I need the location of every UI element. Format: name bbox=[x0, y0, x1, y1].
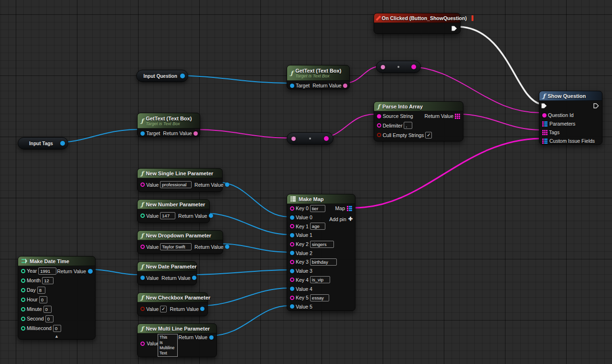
minute-input[interactable] bbox=[43, 306, 52, 313]
tags-array-pin[interactable] bbox=[542, 130, 548, 135]
node-header[interactable]: Make Date Time bbox=[18, 257, 95, 266]
cull-empty-strings-pin[interactable] bbox=[377, 133, 381, 137]
node-make-map[interactable]: Make Map Key 0 Value 0 Key 1 Value 1 Key… bbox=[287, 194, 355, 311]
reroute-output-pin[interactable] bbox=[324, 136, 329, 141]
return-value-pin[interactable] bbox=[209, 335, 214, 340]
return-value-pin[interactable] bbox=[88, 269, 93, 274]
key1-input[interactable] bbox=[310, 223, 325, 230]
key5-pin[interactable] bbox=[290, 296, 294, 300]
reroute-node-tags[interactable] bbox=[287, 132, 333, 145]
node-header[interactable]: ƒ Show Question bbox=[539, 91, 602, 101]
wire-makemap-to-customissuefields[interactable] bbox=[354, 139, 540, 208]
wire-gettext-return-to-reroute1[interactable] bbox=[344, 66, 380, 83]
target-pin[interactable] bbox=[290, 84, 294, 88]
return-value-pin[interactable] bbox=[225, 182, 229, 187]
hour-input[interactable] bbox=[39, 296, 47, 303]
node-header[interactable]: ƒ New Checkbox Parameter bbox=[138, 293, 207, 302]
value-input[interactable] bbox=[160, 181, 192, 188]
delimiter-input[interactable] bbox=[404, 122, 412, 129]
value-pin[interactable] bbox=[140, 182, 145, 187]
key3-input[interactable] bbox=[310, 258, 337, 266]
node-new-single-line-parameter[interactable]: ƒ New Single Line Parameter Value Return… bbox=[137, 168, 223, 192]
wire-date-to-value3[interactable] bbox=[190, 270, 289, 275]
node-new-dropdown-parameter[interactable]: ƒ New Dropdown Parameter Value Return Va… bbox=[137, 230, 223, 254]
millisecond-input[interactable] bbox=[53, 325, 61, 332]
node-show-question[interactable]: ƒ Show Question Question Id Parameters bbox=[539, 91, 602, 145]
source-string-pin[interactable] bbox=[377, 114, 381, 118]
value4-pin[interactable] bbox=[290, 287, 294, 291]
wire-multiline-to-value5[interactable] bbox=[210, 306, 289, 336]
node-new-date-parameter[interactable]: ƒ New Date Parameter Value Return Value bbox=[137, 261, 197, 285]
wire-exec-onclicked-to-showquestion[interactable] bbox=[460, 27, 541, 104]
exec-output-pin[interactable] bbox=[451, 26, 457, 31]
variable-output-pin[interactable] bbox=[60, 141, 65, 146]
node-header[interactable]: ƒ Parse Into Array bbox=[374, 102, 463, 111]
node-header[interactable]: Make Map bbox=[287, 194, 355, 204]
minute-pin[interactable] bbox=[21, 307, 25, 311]
node-header[interactable]: ƒ New Multi Line Parameter bbox=[138, 324, 216, 333]
return-value-pin[interactable] bbox=[192, 276, 196, 280]
node-header[interactable]: ƒ New Single Line Parameter bbox=[138, 169, 222, 178]
return-array-pin[interactable] bbox=[455, 114, 460, 119]
node-new-checkbox-parameter[interactable]: ƒ New Checkbox Parameter Value ✓ Return … bbox=[137, 292, 208, 316]
node-new-number-parameter[interactable]: ƒ New Number Parameter Value Return Valu… bbox=[137, 199, 210, 223]
reroute-input-pin[interactable] bbox=[291, 137, 296, 141]
custom-issue-fields-map-pin[interactable] bbox=[542, 139, 548, 144]
return-value-pin[interactable] bbox=[193, 131, 198, 136]
node-header[interactable]: ƒ New Date Parameter bbox=[138, 262, 196, 271]
node-parse-into-array[interactable]: ƒ Parse Into Array Source String Return … bbox=[374, 101, 463, 141]
return-value-pin[interactable] bbox=[200, 307, 204, 311]
reroute-output-pin[interactable] bbox=[411, 64, 416, 69]
key0-pin[interactable] bbox=[290, 206, 294, 211]
key2-input[interactable] bbox=[310, 241, 334, 248]
key1-pin[interactable] bbox=[290, 224, 294, 228]
value-pin[interactable] bbox=[140, 342, 145, 346]
node-gettext-textbox-top[interactable]: ƒ GetText (Text Box) Target is Text Box … bbox=[287, 65, 350, 89]
return-value-pin[interactable] bbox=[343, 84, 347, 88]
node-header[interactable]: ƒ GetText (Text Box) Target is Text Box bbox=[287, 65, 349, 81]
exec-input-pin[interactable] bbox=[541, 103, 547, 108]
key3-pin[interactable] bbox=[290, 260, 294, 264]
cull-empty-strings-checkbox[interactable]: ✓ bbox=[425, 132, 432, 139]
day-input[interactable] bbox=[37, 287, 45, 294]
value-pin[interactable] bbox=[140, 307, 145, 311]
value-pin[interactable] bbox=[140, 245, 145, 249]
return-value-pin[interactable] bbox=[209, 214, 213, 218]
question-id-pin[interactable] bbox=[542, 113, 547, 118]
wire-checkbox-to-value4[interactable] bbox=[201, 288, 289, 306]
key4-pin[interactable] bbox=[290, 278, 294, 282]
variable-output-pin[interactable] bbox=[180, 74, 185, 78]
add-pin-button[interactable]: Add pin ✚ bbox=[329, 216, 353, 222]
delegate-pin-icon[interactable] bbox=[472, 15, 473, 21]
key0-input[interactable] bbox=[310, 205, 325, 212]
month-pin[interactable] bbox=[21, 278, 25, 283]
second-pin[interactable] bbox=[21, 317, 25, 321]
value-checkbox[interactable]: ✓ bbox=[160, 306, 167, 312]
return-value-pin[interactable] bbox=[225, 245, 229, 249]
multiline-text-input[interactable]: This Is Multiline Text bbox=[158, 334, 178, 357]
delimiter-pin[interactable] bbox=[377, 123, 381, 128]
parameters-map-pin[interactable] bbox=[542, 121, 548, 127]
reroute-input-pin[interactable] bbox=[381, 65, 385, 69]
target-pin[interactable] bbox=[140, 131, 145, 136]
node-on-clicked-event[interactable]: On Clicked (Button_ShowQuestion) bbox=[374, 13, 461, 34]
wire-makedatetime-to-datevalue[interactable] bbox=[90, 269, 138, 275]
value3-pin[interactable] bbox=[290, 269, 294, 273]
reroute-node-question[interactable] bbox=[376, 61, 421, 73]
value2-pin[interactable] bbox=[290, 251, 294, 255]
wire-gettext2-return-to-reroute2[interactable] bbox=[195, 129, 290, 138]
variable-get-input-question[interactable]: Input Question bbox=[136, 70, 188, 82]
blueprint-canvas[interactable]: On Clicked (Button_ShowQuestion) ƒ GetTe… bbox=[0, 0, 612, 364]
value0-pin[interactable] bbox=[290, 215, 294, 220]
millisecond-pin[interactable] bbox=[21, 326, 25, 331]
year-pin[interactable] bbox=[21, 269, 25, 273]
node-header[interactable]: ƒ New Number Parameter bbox=[138, 200, 209, 209]
value-input[interactable] bbox=[160, 243, 192, 250]
second-input[interactable] bbox=[45, 315, 54, 322]
key2-pin[interactable] bbox=[290, 242, 294, 246]
wire-singleline-to-value0[interactable] bbox=[216, 182, 289, 217]
exec-output-pin[interactable] bbox=[593, 103, 599, 108]
wire-inputquestion-to-gettext-target[interactable] bbox=[173, 75, 289, 83]
value-input[interactable] bbox=[160, 212, 175, 219]
day-pin[interactable] bbox=[21, 288, 25, 292]
